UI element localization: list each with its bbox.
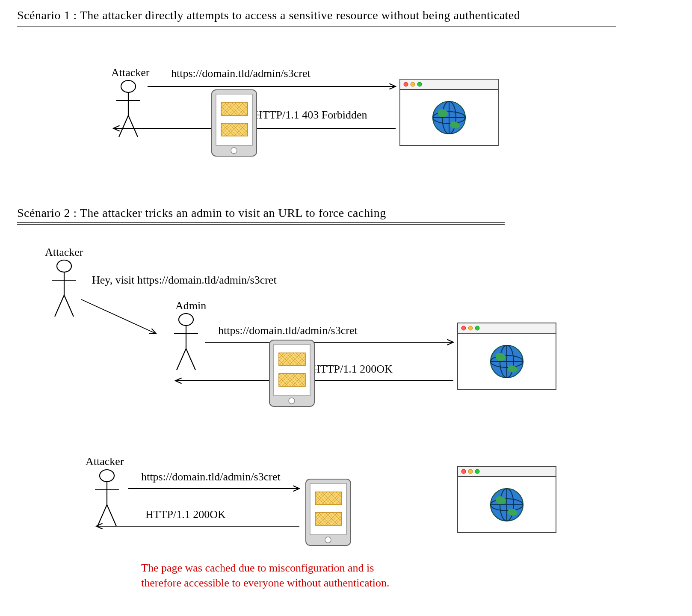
svg-rect-8 — [221, 103, 248, 116]
stick-figure-attacker-icon — [95, 470, 119, 526]
svg-point-21 — [57, 260, 71, 272]
svg-point-26 — [179, 314, 193, 326]
svg-point-39 — [468, 326, 473, 330]
svg-point-61 — [491, 489, 523, 521]
svg-rect-57 — [458, 466, 556, 477]
svg-rect-36 — [458, 323, 556, 389]
svg-rect-56 — [458, 466, 556, 533]
attacker-label: Attacker — [45, 246, 83, 259]
scenario2-title: Scénario 2 : The attacker tricks an admi… — [17, 206, 676, 220]
diagram-svg — [9, 9, 683, 607]
svg-line-50 — [107, 505, 116, 526]
browser-window-icon — [400, 79, 498, 145]
stick-figure-admin-icon — [174, 314, 198, 370]
svg-point-43 — [500, 345, 514, 378]
title-underline — [17, 25, 616, 27]
svg-rect-6 — [212, 90, 257, 156]
admin-label: Admin — [175, 299, 206, 312]
svg-rect-34 — [279, 373, 305, 386]
title-underline — [17, 222, 505, 225]
stick-figure-attacker-icon — [116, 80, 140, 137]
svg-rect-53 — [315, 492, 342, 505]
svg-rect-52 — [310, 483, 346, 535]
svg-point-60 — [475, 469, 479, 474]
svg-point-41 — [491, 345, 523, 378]
admin-request-url: https://domain.tld/admin/s3cret — [218, 324, 358, 337]
svg-line-25 — [64, 295, 74, 317]
svg-rect-11 — [400, 79, 498, 145]
trick-message: Hey, visit https://domain.tld/admin/s3cr… — [92, 274, 277, 287]
svg-line-49 — [98, 505, 107, 526]
trick-arrow — [81, 299, 156, 334]
svg-line-4 — [119, 116, 128, 137]
svg-point-46 — [100, 470, 114, 482]
svg-point-15 — [417, 82, 422, 86]
svg-point-1 — [121, 80, 136, 92]
svg-point-42 — [491, 355, 523, 367]
svg-point-58 — [461, 469, 466, 474]
svg-point-18 — [442, 101, 456, 134]
scenario2-heading: Scénario 2 : The attacker tricks an admi… — [17, 206, 676, 225]
scenario1-heading: Scénario 1 : The attacker directly attem… — [17, 9, 676, 27]
svg-line-5 — [128, 116, 138, 137]
svg-point-40 — [475, 326, 479, 330]
attacker2-label: Attacker — [86, 455, 124, 468]
svg-point-62 — [491, 499, 523, 511]
svg-line-30 — [186, 349, 195, 370]
svg-point-17 — [433, 112, 465, 124]
svg-rect-32 — [274, 344, 310, 396]
attacker2-response-status: HTTP/1.1 200OK — [145, 508, 226, 521]
scenario1-title: Scénario 1 : The attacker directly attem… — [17, 9, 676, 22]
svg-rect-33 — [279, 353, 305, 366]
svg-rect-31 — [269, 340, 314, 406]
svg-rect-9 — [221, 123, 248, 136]
cache-device-icon — [306, 479, 351, 545]
attacker-label: Attacker — [111, 66, 150, 79]
svg-point-59 — [468, 469, 473, 474]
svg-line-24 — [55, 295, 64, 317]
warning-text: The page was cached due to misconfigurat… — [141, 560, 389, 590]
cache-device-icon — [212, 90, 257, 156]
svg-line-29 — [177, 349, 186, 370]
svg-point-55 — [325, 537, 331, 543]
svg-point-35 — [289, 398, 295, 404]
stick-figure-attacker-icon — [52, 260, 76, 317]
svg-rect-12 — [400, 79, 498, 89]
attacker2-request-url: https://domain.tld/admin/s3cret — [141, 471, 281, 483]
diagram-canvas: Scénario 1 : The attacker directly attem… — [9, 9, 683, 607]
request-url: https://domain.tld/admin/s3cret — [171, 67, 311, 80]
svg-point-14 — [411, 82, 415, 86]
svg-point-63 — [500, 489, 514, 521]
svg-rect-37 — [458, 323, 556, 333]
svg-rect-54 — [315, 512, 342, 525]
svg-point-10 — [231, 148, 237, 154]
browser-window-icon — [458, 323, 556, 389]
admin-response-status: HTTP/1.1 200OK — [312, 363, 393, 376]
browser-window-icon — [458, 466, 556, 533]
svg-point-38 — [461, 326, 466, 330]
cache-device-icon — [269, 340, 314, 406]
response-status: HTTP/1.1 403 Forbidden — [254, 109, 367, 121]
svg-rect-51 — [306, 479, 351, 545]
svg-point-13 — [404, 82, 408, 86]
svg-rect-7 — [216, 94, 252, 145]
svg-point-16 — [433, 101, 465, 134]
